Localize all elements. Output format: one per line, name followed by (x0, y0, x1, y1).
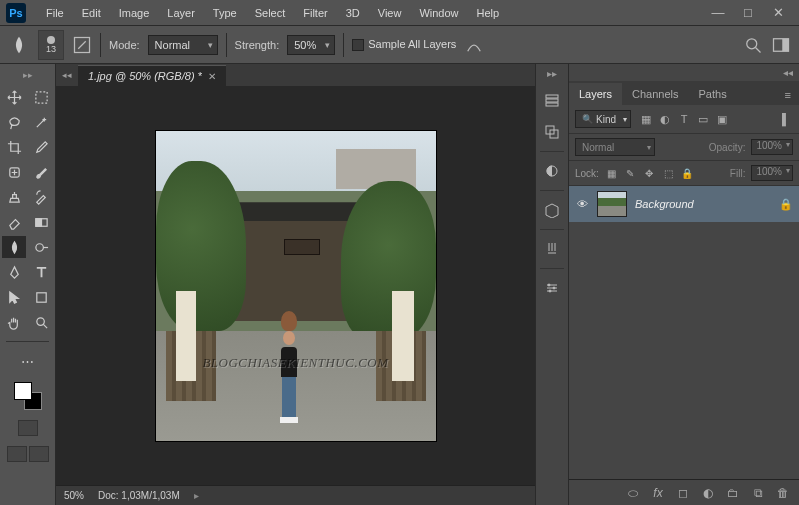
strength-select[interactable]: 50% (287, 35, 335, 55)
menu-help[interactable]: Help (469, 3, 508, 23)
brush-preset-picker[interactable]: 13 (38, 30, 64, 60)
doc-info[interactable]: Doc: 1,03M/1,03M (98, 490, 180, 501)
fill-input[interactable]: 100% (751, 165, 793, 181)
layer-blend-mode-select[interactable]: Normal (575, 138, 655, 156)
layer-mask-icon[interactable]: ◻ (675, 485, 691, 501)
quick-mask-toggle[interactable] (2, 420, 53, 436)
screen-mode-icon[interactable] (7, 446, 27, 462)
dodge-tool[interactable] (29, 236, 53, 258)
filter-smart-icon[interactable]: ▣ (715, 112, 729, 126)
crop-tool[interactable] (2, 136, 26, 158)
canvas-viewport[interactable]: BLOGCHIASEKIENTHUC.COM (56, 86, 535, 485)
menu-window[interactable]: Window (411, 3, 466, 23)
lock-pixels-icon[interactable]: ✎ (624, 167, 637, 180)
document-tab[interactable]: 1.jpg @ 50% (RGB/8) * ✕ (78, 65, 226, 86)
history-panel-icon[interactable] (536, 85, 568, 115)
layer-thumbnail[interactable] (597, 191, 627, 217)
clone-stamp-tool[interactable] (2, 186, 26, 208)
zoom-level[interactable]: 50% (64, 490, 84, 501)
menu-layer[interactable]: Layer (159, 3, 203, 23)
layer-lock-icon[interactable]: 🔒 (779, 198, 793, 211)
layer-style-icon[interactable]: fx (650, 485, 666, 501)
zoom-tool[interactable] (29, 311, 53, 333)
minimize-button[interactable]: — (703, 3, 733, 23)
delete-layer-icon[interactable]: 🗑 (775, 485, 791, 501)
eyedropper-tool[interactable] (29, 136, 53, 158)
type-tool[interactable] (29, 261, 53, 283)
color-panel-icon[interactable] (536, 117, 568, 147)
adjustment-layer-icon[interactable]: ◐ (700, 485, 716, 501)
tab-paths[interactable]: Paths (689, 83, 737, 105)
close-tab-icon[interactable]: ✕ (208, 71, 216, 82)
tools-collapse-icon[interactable]: ▸▸ (2, 68, 53, 86)
blend-mode-select[interactable]: Normal (148, 35, 218, 55)
search-icon[interactable] (743, 35, 763, 55)
lock-all-icon[interactable]: 🔒 (681, 167, 694, 180)
workspace-switcher-icon[interactable] (771, 35, 791, 55)
pressure-icon[interactable] (464, 35, 484, 55)
screen-mode-icon[interactable] (29, 446, 49, 462)
menu-select[interactable]: Select (247, 3, 294, 23)
tab-channels[interactable]: Channels (622, 83, 688, 105)
standard-mode-icon[interactable] (18, 420, 38, 436)
collapse-left-icon[interactable]: ◂◂ (56, 70, 78, 80)
layer-name[interactable]: Background (635, 198, 771, 210)
svg-rect-11 (546, 95, 558, 98)
shape-tool[interactable] (29, 286, 53, 308)
marquee-tool[interactable] (29, 86, 53, 108)
brushes-panel-icon[interactable] (536, 234, 568, 264)
pen-tool[interactable] (2, 261, 26, 283)
path-selection-tool[interactable] (2, 286, 26, 308)
magic-wand-tool[interactable] (29, 111, 53, 133)
healing-brush-tool[interactable] (2, 161, 26, 183)
properties-panel-icon[interactable] (536, 273, 568, 303)
close-button[interactable]: ✕ (763, 3, 793, 23)
menu-filter[interactable]: Filter (295, 3, 335, 23)
layer-row[interactable]: 👁 Background 🔒 (569, 186, 799, 222)
link-layers-icon[interactable]: ⬭ (625, 485, 641, 501)
blur-tool[interactable] (2, 236, 26, 258)
layer-visibility-icon[interactable]: 👁 (575, 198, 589, 210)
layer-list: 👁 Background 🔒 (569, 186, 799, 479)
menu-image[interactable]: Image (111, 3, 158, 23)
maximize-button[interactable]: □ (733, 3, 763, 23)
doc-info-arrow-icon[interactable]: ▸ (194, 490, 199, 501)
lock-artboard-icon[interactable]: ⬚ (662, 167, 675, 180)
filter-shape-icon[interactable]: ▭ (696, 112, 710, 126)
filter-adjustment-icon[interactable]: ◐ (658, 112, 672, 126)
lasso-tool[interactable] (2, 111, 26, 133)
history-brush-tool[interactable] (29, 186, 53, 208)
foreground-color-swatch[interactable] (14, 382, 32, 400)
sample-all-layers-checkbox[interactable]: Sample All Layers (352, 38, 456, 51)
menu-view[interactable]: View (370, 3, 410, 23)
eraser-tool[interactable] (2, 211, 26, 233)
libraries-panel-icon[interactable] (536, 195, 568, 225)
move-tool[interactable] (2, 86, 26, 108)
canvas[interactable]: BLOGCHIASEKIENTHUC.COM (156, 131, 436, 441)
menu-edit[interactable]: Edit (74, 3, 109, 23)
lock-transparency-icon[interactable]: ▦ (605, 167, 618, 180)
filter-kind-select[interactable]: Kind (575, 110, 631, 128)
panel-menu-icon[interactable]: ≡ (777, 85, 799, 105)
opacity-input[interactable]: 100% (751, 139, 793, 155)
edit-toolbar-icon[interactable]: ⋯ (16, 350, 40, 372)
current-tool-icon[interactable] (8, 32, 30, 58)
filter-pixel-icon[interactable]: ▦ (639, 112, 653, 126)
filter-type-icon[interactable]: T (677, 112, 691, 126)
menu-3d[interactable]: 3D (338, 3, 368, 23)
brush-tool[interactable] (29, 161, 53, 183)
adjustments-panel-icon[interactable] (536, 156, 568, 186)
gradient-tool[interactable] (29, 211, 53, 233)
tab-layers[interactable]: Layers (569, 83, 622, 105)
color-swatches[interactable] (14, 382, 42, 410)
expand-panels-icon[interactable]: ▸▸ (536, 68, 568, 85)
layer-group-icon[interactable]: 🗀 (725, 485, 741, 501)
hand-tool[interactable] (2, 311, 26, 333)
new-layer-icon[interactable]: ⧉ (750, 485, 766, 501)
filter-toggle-icon[interactable]: ▌ (779, 112, 793, 126)
menu-type[interactable]: Type (205, 3, 245, 23)
menu-file[interactable]: File (38, 3, 72, 23)
brush-panel-toggle-icon[interactable] (72, 35, 92, 55)
lock-position-icon[interactable]: ✥ (643, 167, 656, 180)
collapse-panel-icon[interactable]: ◂◂ (569, 64, 799, 81)
